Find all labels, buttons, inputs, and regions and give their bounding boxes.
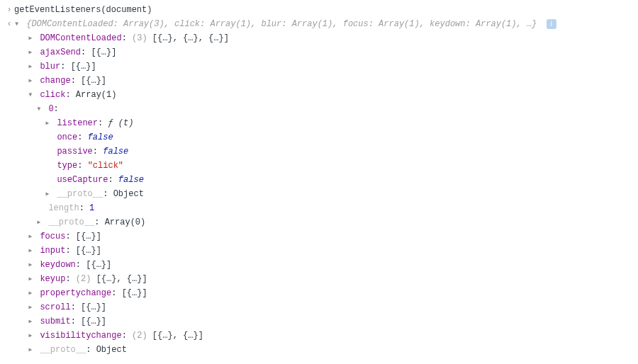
- prop-value: false: [103, 147, 128, 157]
- prop-value: "click": [88, 161, 123, 171]
- console-input-row: getEventListeners(document): [0, 3, 638, 17]
- prop-blur[interactable]: blur: [{…}]: [14, 59, 634, 74]
- prop-key: length: [48, 203, 79, 213]
- prop-click[interactable]: click: Array(1): [14, 88, 634, 102]
- prop-type[interactable]: type: "click": [14, 159, 634, 173]
- chevron-right-icon[interactable]: [28, 59, 35, 74]
- prop-count: (2): [132, 331, 147, 341]
- result-summary: {DOMContentLoaded: Array(3), click: Arra…: [26, 19, 537, 29]
- prop-keydown[interactable]: keydown: [{…}]: [14, 258, 634, 272]
- chevron-right-icon[interactable]: [45, 187, 52, 201]
- prop-key: click: [40, 90, 65, 100]
- prop-key: visibilitychange: [40, 331, 121, 341]
- prop-key: 0: [48, 104, 53, 114]
- chevron-right-icon[interactable]: [28, 74, 35, 88]
- prop-key: scroll: [40, 302, 70, 312]
- chevron-right-icon[interactable]: [28, 300, 35, 314]
- info-icon[interactable]: i: [547, 19, 556, 29]
- prop-key: keyup: [40, 274, 65, 284]
- prop-focus[interactable]: focus: [{…}]: [14, 229, 634, 244]
- prop-DOMContentLoaded[interactable]: DOMContentLoaded: (3) [{…}, {…}, {…}]: [14, 31, 634, 45]
- prop-scroll[interactable]: scroll: [{…}]: [14, 300, 634, 314]
- prop-preview: [{…}]: [122, 288, 147, 298]
- prop-change[interactable]: change: [{…}]: [14, 74, 634, 88]
- chevron-right-icon[interactable]: [28, 244, 35, 258]
- chevron-down-icon[interactable]: [28, 88, 35, 102]
- prop-key: input: [40, 246, 65, 256]
- prop-preview: [{…}]: [81, 317, 106, 326]
- chevron-right-icon[interactable]: [28, 329, 35, 343]
- input-prompt-icon: [4, 3, 14, 17]
- prop-visibilitychange[interactable]: visibilitychange: (2) [{…}, {…}]: [14, 329, 634, 343]
- prop-preview: [{…}]: [76, 232, 101, 241]
- prop-key: __proto__: [57, 189, 103, 199]
- prop-key: blur: [40, 62, 60, 72]
- prop-preview: [{…}]: [71, 62, 96, 72]
- prop-key: focus: [40, 232, 65, 241]
- prop-key: once: [57, 132, 77, 142]
- chevron-right-icon[interactable]: [45, 116, 52, 130]
- result-root[interactable]: {DOMContentLoaded: Array(3), click: Arra…: [14, 17, 634, 31]
- prop-value: false: [118, 175, 144, 185]
- prop-value: ƒ (t): [108, 118, 133, 128]
- console-output-row: {DOMContentLoaded: Array(3), click: Arra…: [0, 17, 638, 357]
- prop-key: type: [57, 161, 77, 171]
- prop-preview: [{…}, {…}, {…}]: [152, 33, 229, 43]
- prop-once[interactable]: once: false: [14, 130, 634, 144]
- chevron-down-icon[interactable]: [36, 102, 43, 116]
- prop-value: 1: [89, 203, 94, 213]
- prop-proto-click[interactable]: __proto__: Array(0): [14, 215, 634, 229]
- prop-key: ajaxSend: [40, 47, 81, 57]
- prop-preview: [{…}]: [76, 246, 101, 256]
- chevron-right-icon[interactable]: [28, 286, 35, 300]
- chevron-right-icon[interactable]: [28, 229, 35, 244]
- chevron-down-icon[interactable]: [14, 17, 21, 31]
- chevron-right-icon[interactable]: [28, 45, 35, 59]
- prop-proto-0[interactable]: __proto__: Object: [14, 187, 634, 201]
- prop-passive[interactable]: passive: false: [14, 144, 634, 159]
- prop-count: (2): [76, 274, 91, 284]
- prop-key: listener: [57, 118, 98, 128]
- prop-preview: [{…}, {…}]: [152, 331, 203, 341]
- prop-key: propertychange: [40, 288, 111, 298]
- console-input-code: getEventListeners(document): [14, 5, 152, 15]
- prop-value: Array(0): [105, 217, 146, 227]
- prop-input[interactable]: input: [{…}]: [14, 244, 634, 258]
- chevron-right-icon[interactable]: [28, 258, 35, 272]
- prop-key: passive: [57, 147, 92, 157]
- prop-submit[interactable]: submit: [{…}]: [14, 314, 634, 329]
- prop-key: __proto__: [40, 345, 86, 355]
- chevron-right-icon[interactable]: [28, 314, 35, 329]
- prop-preview: [{…}]: [81, 302, 106, 312]
- prop-value: false: [88, 132, 113, 142]
- prop-keyup[interactable]: keyup: (2) [{…}, {…}]: [14, 272, 634, 286]
- prop-propertychange[interactable]: propertychange: [{…}]: [14, 286, 634, 300]
- chevron-right-icon[interactable]: [28, 343, 35, 357]
- prop-key: DOMContentLoaded: [40, 33, 121, 43]
- prop-length[interactable]: length: 1: [14, 201, 634, 215]
- prop-value: Array(1): [76, 90, 117, 100]
- index-0[interactable]: 0:: [14, 102, 634, 116]
- prop-key: submit: [40, 317, 70, 326]
- prop-preview: [{…}]: [86, 260, 111, 270]
- prop-value: Object: [113, 189, 144, 199]
- prop-preview: [{…}, {…}]: [96, 274, 147, 284]
- prop-useCapture[interactable]: useCapture: false: [14, 173, 634, 187]
- prop-count: (3): [132, 33, 147, 43]
- prop-key: useCapture: [57, 175, 108, 185]
- devtools-console: getEventListeners(document) {DOMContentL…: [0, 0, 638, 361]
- prop-preview: [{…}]: [81, 76, 106, 86]
- prop-key: change: [40, 76, 70, 86]
- prop-listener[interactable]: listener: ƒ (t): [14, 116, 634, 130]
- prop-key: __proto__: [48, 217, 94, 227]
- prop-proto-root[interactable]: __proto__: Object: [14, 343, 634, 357]
- chevron-right-icon[interactable]: [28, 272, 35, 286]
- prop-preview: [{…}]: [91, 47, 116, 57]
- output-marker-icon: [4, 17, 14, 31]
- chevron-right-icon[interactable]: [36, 215, 43, 229]
- chevron-right-icon[interactable]: [28, 31, 35, 45]
- prop-ajaxSend[interactable]: ajaxSend: [{…}]: [14, 45, 634, 59]
- prop-value: Object: [96, 345, 127, 355]
- prop-key: keydown: [40, 260, 75, 270]
